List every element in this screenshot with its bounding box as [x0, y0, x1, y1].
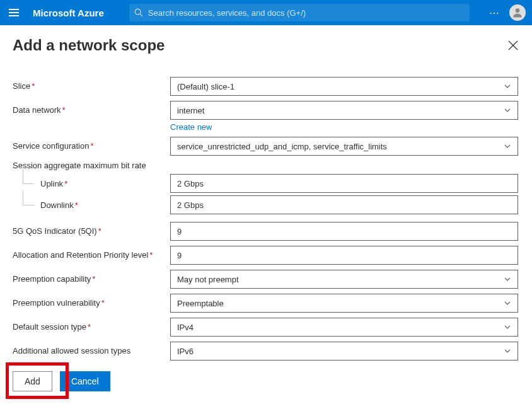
service-config-select[interactable]: service_unrestricted_udp_and_icmp, servi… — [170, 137, 518, 156]
uplink-input[interactable]: 2 Gbps — [170, 174, 518, 193]
arp-label: Allocation and Retention Priority level* — [13, 246, 170, 261]
additional-session-label: Additional allowed session types — [13, 342, 170, 357]
preempt-vuln-label: Preemption vulnerability* — [13, 294, 170, 309]
chevron-down-icon — [504, 107, 511, 114]
preempt-cap-value: May not preempt — [177, 275, 239, 284]
additional-session-select[interactable]: IPv6 — [170, 342, 518, 361]
downlink-input[interactable]: 2 Gbps — [170, 195, 518, 214]
downlink-label: Downlink* — [13, 199, 170, 211]
avatar[interactable] — [509, 4, 526, 21]
preempt-cap-select[interactable]: May not preempt — [170, 270, 518, 289]
chevron-down-icon — [504, 323, 511, 331]
service-config-value: service_unrestricted_udp_and_icmp, servi… — [177, 142, 387, 151]
preempt-vuln-select[interactable]: Preemptable — [170, 294, 518, 313]
search-icon — [134, 8, 143, 17]
additional-session-value: IPv6 — [177, 347, 194, 356]
close-icon[interactable] — [508, 40, 518, 50]
chevron-down-icon — [504, 83, 511, 90]
search-box[interactable] — [129, 4, 470, 21]
brand-label: Microsoft Azure — [33, 8, 104, 18]
svg-point-0 — [135, 9, 141, 14]
default-session-select[interactable]: IPv4 — [170, 318, 518, 337]
preempt-cap-label: Preemption capability* — [13, 270, 170, 285]
chevron-down-icon — [504, 142, 511, 150]
chevron-down-icon — [504, 347, 511, 355]
default-session-label: Default session type* — [13, 318, 170, 333]
add-button[interactable]: Add — [13, 371, 52, 391]
more-icon[interactable]: ⋯ — [489, 7, 500, 19]
search-input[interactable] — [148, 8, 465, 18]
menu-icon[interactable] — [9, 6, 21, 19]
top-header: Microsoft Azure ⋯ — [0, 0, 532, 25]
chevron-down-icon — [504, 299, 511, 307]
slice-value: (Default) slice-1 — [177, 82, 234, 91]
create-new-link[interactable]: Create new — [170, 122, 518, 132]
data-network-select[interactable]: internet — [170, 101, 518, 120]
chevron-down-icon — [504, 275, 511, 283]
svg-point-2 — [516, 8, 520, 13]
preempt-vuln-value: Preemptable — [177, 299, 224, 308]
data-network-value: internet — [177, 106, 204, 115]
arp-input[interactable]: 9 — [170, 246, 518, 265]
footer-actions: Add Cancel — [13, 371, 110, 391]
slice-select[interactable]: (Default) slice-1 — [170, 77, 518, 96]
service-config-label: Service configuration* — [13, 137, 170, 152]
uplink-label: Uplink* — [13, 178, 170, 189]
qos5qi-label: 5G QoS Indicator (5QI)* — [13, 222, 170, 237]
page-title: Add a network scope — [13, 37, 165, 54]
slice-label: Slice* — [13, 77, 170, 92]
cancel-button[interactable]: Cancel — [60, 371, 110, 391]
qos5qi-input[interactable]: 9 — [170, 222, 518, 241]
svg-line-1 — [140, 14, 142, 16]
data-network-label: Data network* — [13, 101, 170, 116]
default-session-value: IPv4 — [177, 323, 194, 332]
session-aggregate-label: Session aggregate maximum bit rate — [13, 161, 518, 170]
